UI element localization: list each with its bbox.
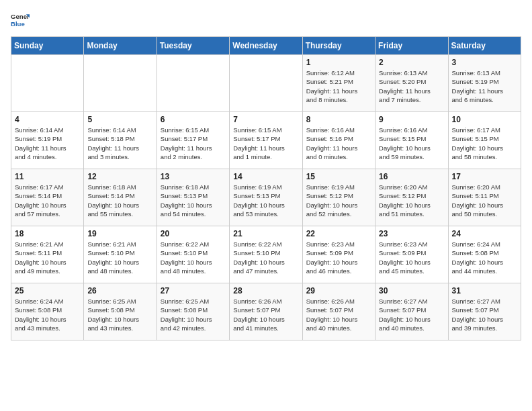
calendar-week-4: 18Sunrise: 6:21 AM Sunset: 5:11 PM Dayli… (11, 226, 521, 283)
day-detail: Sunrise: 6:13 AM Sunset: 5:20 PM Dayligh… (379, 68, 444, 104)
calendar-cell: 22Sunrise: 6:23 AM Sunset: 5:09 PM Dayli… (302, 226, 375, 283)
day-detail: Sunrise: 6:15 AM Sunset: 5:17 PM Dayligh… (233, 126, 298, 161)
svg-text:General: General (11, 13, 30, 20)
calendar-cell: 19Sunrise: 6:21 AM Sunset: 5:10 PM Dayli… (84, 226, 157, 283)
day-number: 3 (452, 58, 517, 67)
day-detail: Sunrise: 6:26 AM Sunset: 5:07 PM Dayligh… (233, 297, 298, 332)
day-number: 18 (15, 229, 80, 238)
day-number: 14 (233, 172, 298, 181)
day-detail: Sunrise: 6:23 AM Sunset: 5:09 PM Dayligh… (306, 240, 371, 275)
day-number: 23 (379, 229, 444, 238)
day-detail: Sunrise: 6:24 AM Sunset: 5:08 PM Dayligh… (452, 240, 517, 275)
calendar-cell: 13Sunrise: 6:18 AM Sunset: 5:13 PM Dayli… (157, 169, 229, 226)
day-detail: Sunrise: 6:17 AM Sunset: 5:14 PM Dayligh… (15, 183, 80, 218)
calendar-cell: 16Sunrise: 6:20 AM Sunset: 5:12 PM Dayli… (375, 169, 448, 226)
calendar-cell: 7Sunrise: 6:15 AM Sunset: 5:17 PM Daylig… (230, 112, 302, 169)
calendar-cell: 27Sunrise: 6:25 AM Sunset: 5:08 PM Dayli… (157, 283, 229, 340)
page-header: General Blue (11, 11, 521, 30)
calendar-cell: 15Sunrise: 6:19 AM Sunset: 5:12 PM Dayli… (302, 169, 375, 226)
calendar-cell: 24Sunrise: 6:24 AM Sunset: 5:08 PM Dayli… (448, 226, 521, 283)
day-detail: Sunrise: 6:25 AM Sunset: 5:08 PM Dayligh… (87, 297, 152, 332)
calendar-cell (230, 55, 302, 112)
day-number: 24 (452, 229, 517, 238)
weekday-header-friday: Friday (375, 37, 448, 55)
day-detail: Sunrise: 6:16 AM Sunset: 5:16 PM Dayligh… (306, 126, 371, 161)
calendar-cell: 29Sunrise: 6:26 AM Sunset: 5:07 PM Dayli… (302, 283, 375, 340)
calendar-week-1: 1Sunrise: 6:12 AM Sunset: 5:21 PM Daylig… (11, 55, 521, 112)
calendar-cell: 21Sunrise: 6:22 AM Sunset: 5:10 PM Dayli… (230, 226, 302, 283)
weekday-header-sunday: Sunday (11, 37, 84, 55)
day-detail: Sunrise: 6:22 AM Sunset: 5:10 PM Dayligh… (233, 240, 298, 275)
weekday-header-monday: Monday (84, 37, 157, 55)
day-detail: Sunrise: 6:18 AM Sunset: 5:14 PM Dayligh… (87, 183, 152, 218)
day-detail: Sunrise: 6:20 AM Sunset: 5:12 PM Dayligh… (379, 183, 444, 218)
day-number: 9 (379, 115, 444, 124)
day-detail: Sunrise: 6:15 AM Sunset: 5:17 PM Dayligh… (161, 126, 226, 161)
day-detail: Sunrise: 6:20 AM Sunset: 5:11 PM Dayligh… (452, 183, 517, 218)
day-detail: Sunrise: 6:14 AM Sunset: 5:18 PM Dayligh… (87, 126, 152, 161)
day-detail: Sunrise: 6:26 AM Sunset: 5:07 PM Dayligh… (306, 297, 371, 332)
day-number: 22 (306, 229, 371, 238)
calendar-cell (157, 55, 229, 112)
calendar-cell: 30Sunrise: 6:27 AM Sunset: 5:07 PM Dayli… (375, 283, 448, 340)
calendar-cell: 23Sunrise: 6:23 AM Sunset: 5:09 PM Dayli… (375, 226, 448, 283)
calendar-cell: 18Sunrise: 6:21 AM Sunset: 5:11 PM Dayli… (11, 226, 84, 283)
day-number: 2 (379, 58, 444, 67)
calendar-cell: 26Sunrise: 6:25 AM Sunset: 5:08 PM Dayli… (84, 283, 157, 340)
day-number: 19 (87, 229, 152, 238)
day-number: 20 (161, 229, 226, 238)
calendar-cell: 10Sunrise: 6:17 AM Sunset: 5:15 PM Dayli… (448, 112, 521, 169)
day-detail: Sunrise: 6:13 AM Sunset: 5:19 PM Dayligh… (452, 68, 517, 104)
day-detail: Sunrise: 6:14 AM Sunset: 5:19 PM Dayligh… (15, 126, 80, 161)
day-detail: Sunrise: 6:17 AM Sunset: 5:15 PM Dayligh… (452, 126, 517, 161)
calendar-cell: 14Sunrise: 6:19 AM Sunset: 5:13 PM Dayli… (230, 169, 302, 226)
day-detail: Sunrise: 6:22 AM Sunset: 5:10 PM Dayligh… (161, 240, 226, 275)
day-number: 10 (452, 115, 517, 124)
day-detail: Sunrise: 6:18 AM Sunset: 5:13 PM Dayligh… (161, 183, 226, 218)
day-detail: Sunrise: 6:19 AM Sunset: 5:12 PM Dayligh… (306, 183, 371, 218)
svg-text:Blue: Blue (11, 20, 25, 28)
day-number: 17 (452, 172, 517, 181)
calendar-cell: 28Sunrise: 6:26 AM Sunset: 5:07 PM Dayli… (230, 283, 302, 340)
day-detail: Sunrise: 6:21 AM Sunset: 5:11 PM Dayligh… (15, 240, 80, 275)
calendar-cell: 9Sunrise: 6:16 AM Sunset: 5:15 PM Daylig… (375, 112, 448, 169)
calendar-cell (11, 55, 84, 112)
day-detail: Sunrise: 6:24 AM Sunset: 5:08 PM Dayligh… (15, 297, 80, 332)
calendar-cell: 8Sunrise: 6:16 AM Sunset: 5:16 PM Daylig… (302, 112, 375, 169)
calendar-table: SundayMondayTuesdayWednesdayThursdayFrid… (11, 36, 521, 340)
weekday-header-wednesday: Wednesday (230, 37, 302, 55)
logo-icon: General Blue (11, 11, 30, 30)
day-detail: Sunrise: 6:21 AM Sunset: 5:10 PM Dayligh… (87, 240, 152, 275)
day-number: 30 (379, 286, 444, 295)
calendar-cell: 25Sunrise: 6:24 AM Sunset: 5:08 PM Dayli… (11, 283, 84, 340)
day-number: 25 (15, 286, 80, 295)
day-number: 13 (161, 172, 226, 181)
day-number: 16 (379, 172, 444, 181)
calendar-cell: 11Sunrise: 6:17 AM Sunset: 5:14 PM Dayli… (11, 169, 84, 226)
day-number: 27 (161, 286, 226, 295)
weekday-header-saturday: Saturday (448, 37, 521, 55)
calendar-week-3: 11Sunrise: 6:17 AM Sunset: 5:14 PM Dayli… (11, 169, 521, 226)
calendar-cell: 3Sunrise: 6:13 AM Sunset: 5:19 PM Daylig… (448, 55, 521, 112)
day-detail: Sunrise: 6:25 AM Sunset: 5:08 PM Dayligh… (161, 297, 226, 332)
day-number: 21 (233, 229, 298, 238)
calendar-cell: 1Sunrise: 6:12 AM Sunset: 5:21 PM Daylig… (302, 55, 375, 112)
day-detail: Sunrise: 6:19 AM Sunset: 5:13 PM Dayligh… (233, 183, 298, 218)
calendar-cell: 6Sunrise: 6:15 AM Sunset: 5:17 PM Daylig… (157, 112, 229, 169)
day-number: 8 (306, 115, 371, 124)
weekday-header-thursday: Thursday (302, 37, 375, 55)
day-number: 7 (233, 115, 298, 124)
day-number: 12 (87, 172, 152, 181)
calendar-cell: 2Sunrise: 6:13 AM Sunset: 5:20 PM Daylig… (375, 55, 448, 112)
day-number: 6 (161, 115, 226, 124)
weekday-header-tuesday: Tuesday (157, 37, 229, 55)
day-number: 29 (306, 286, 371, 295)
day-number: 4 (15, 115, 80, 124)
calendar-week-5: 25Sunrise: 6:24 AM Sunset: 5:08 PM Dayli… (11, 283, 521, 340)
day-detail: Sunrise: 6:16 AM Sunset: 5:15 PM Dayligh… (379, 126, 444, 161)
day-detail: Sunrise: 6:27 AM Sunset: 5:07 PM Dayligh… (452, 297, 517, 332)
day-number: 11 (15, 172, 80, 181)
calendar-cell: 12Sunrise: 6:18 AM Sunset: 5:14 PM Dayli… (84, 169, 157, 226)
day-number: 5 (87, 115, 152, 124)
logo: General Blue (11, 11, 30, 30)
